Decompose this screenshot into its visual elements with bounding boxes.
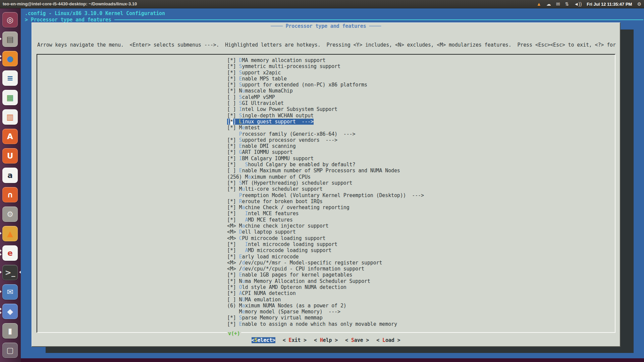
menuconfig-breadcrumb-row: > Processor type and features (25, 17, 643, 23)
launcher-item-trash[interactable]: ▢ (2, 343, 18, 358)
menu-item[interactable]: [*] Numa Memory Allocation and Scheduler… (227, 278, 424, 284)
sound-indicator-icon[interactable]: ◄)) (574, 0, 582, 8)
menu-item[interactable]: [*] Intel MCE features (227, 210, 424, 217)
exit-button[interactable]: < Exit > (283, 337, 307, 343)
desktop: teo-en-ming@intel-core-i5-4430-desktop: … (0, 0, 644, 362)
menu-item[interactable]: [*] Multi-core scheduler support (227, 186, 424, 192)
menu-list-box[interactable]: [*] DMA memory allocation support[*] Sym… (37, 54, 615, 333)
menu-item[interactable]: [*] Enable 1GB pages for kernel pagetabl… (227, 272, 424, 278)
menu-item[interactable]: [*] Supported processor vendors ---> (227, 137, 424, 143)
menu-item[interactable]: Preemption Model (Voluntary Kernel Preem… (227, 192, 424, 198)
menu-item[interactable]: [*] Support x2apic (227, 70, 424, 76)
launcher-item-ubuntu-one[interactable]: U (2, 148, 18, 164)
menu-item[interactable]: [ ] Intel Low Power Subsystem Support (227, 106, 424, 112)
unity-launcher: ◎▤●≡▦▥AUa∩⚙▲e>_✉◆▮▢ (0, 8, 21, 362)
menu-item[interactable]: [*] DMA memory allocation support (227, 57, 424, 63)
cloud-indicator-icon[interactable]: ☁ (546, 0, 551, 8)
libreoffice-writer-icon: ≡ (7, 74, 13, 82)
load-button[interactable]: < Load > (376, 337, 400, 343)
menu-item[interactable]: [*] Early load microcode (227, 254, 424, 260)
title-dash-left: ──── (271, 23, 283, 29)
instructions-line-1: Arrow keys navigate the menu. <Enter> se… (37, 42, 616, 48)
menu-item[interactable]: Processor family (Generic-x86-64) ---> (227, 131, 424, 137)
launcher-item-thunderbird[interactable]: ✉ (2, 284, 18, 300)
mail-indicator-icon[interactable]: ✉ (556, 0, 560, 8)
running-indicator-arrow (0, 311, 2, 314)
menu-item[interactable]: Memory model (Sparse Memory) ---> (227, 309, 424, 315)
vlc-tray-icon[interactable]: ▲ (537, 0, 541, 8)
menu-item[interactable]: [*] Numascale NumaChip (227, 88, 424, 94)
running-indicator-arrow (0, 232, 2, 235)
menu-item[interactable]: [*] IBM Calgary IOMMU support (227, 156, 424, 162)
terminal-window[interactable]: .config - Linux/x86 3.10.0 Kernel Config… (21, 8, 644, 358)
clock-indicator[interactable]: Fri Jul 12 11:35:47 PM (587, 2, 632, 7)
dialog-buttons: <Select>< Exit >< Help >< Save >< Load > (32, 337, 620, 343)
menu-item[interactable]: [*] Sparse Memory virtual memmap (227, 315, 424, 321)
menu-item[interactable]: [*] Machine Check / overheating reportin… (227, 204, 424, 210)
launcher-item-libreoffice-writer[interactable]: ≡ (2, 70, 18, 86)
menu-item[interactable]: [*] ACPI NUMA detection (227, 290, 424, 296)
menu-item[interactable]: [*] GART IOMMU support (227, 149, 424, 155)
menu-item[interactable]: <M> CPU microcode loading support (227, 235, 424, 241)
launcher-item-firefox[interactable]: ● (2, 51, 18, 66)
session-gear-icon[interactable]: ⚙ (637, 0, 641, 8)
menu-item[interactable]: [*] Reroute for broken boot IRQs (227, 198, 424, 204)
launcher-item-libreoffice-impress[interactable]: ▥ (2, 109, 18, 125)
menu-item[interactable]: [*] Enable DMI scanning (227, 143, 424, 149)
save-button[interactable]: < Save > (345, 337, 369, 343)
top-panel: teo-en-ming@intel-core-i5-4430-desktop: … (0, 0, 644, 8)
launcher-item-terminal[interactable]: >_ (2, 265, 18, 280)
menu-item[interactable]: <M> Machine check injector support (227, 223, 424, 229)
menu-item[interactable]: <M> /dev/cpu/*/msr - Model-specific regi… (227, 260, 424, 266)
menu-item[interactable]: [*] Single-depth WCHAN output (227, 113, 424, 119)
dialog-title: ──── Processor type and features ──── (32, 23, 620, 29)
menu-item[interactable]: [*] Should Calgary be enabled by default… (227, 162, 424, 168)
launcher-item-evince[interactable]: e (2, 245, 18, 261)
launcher-item-ubuntu-dash[interactable]: ◎ (2, 12, 18, 27)
firefox-icon: ● (7, 55, 13, 63)
menu-item[interactable]: [*] SMT (Hyperthreading) scheduler suppo… (227, 180, 424, 186)
launcher-item-ubuntuone-music[interactable]: ∩ (2, 187, 18, 202)
evince-icon: e (7, 249, 13, 257)
select-button[interactable]: <Select> (252, 337, 275, 343)
menu-item[interactable]: [*] Enable to assign a node which has on… (227, 321, 424, 327)
indicator-area: ▲☁✉⇅◄))Fri Jul 12 11:35:47 PM⚙ (537, 0, 641, 8)
menu-item[interactable]: [ ] SGI Ultraviolet (227, 100, 424, 106)
menuconfig-breadcrumb: > Processor type and features (25, 17, 111, 23)
menu-item[interactable]: <M> Dell laptop support (227, 229, 424, 235)
launcher-item-amazon[interactable]: a (2, 168, 18, 183)
menu-item[interactable]: [*] AMD microcode loading support (227, 247, 424, 253)
desktop-bottom-edge (21, 358, 644, 362)
menu-item[interactable]: [*] AMD MCE features (227, 217, 424, 223)
menu-item[interactable]: [*] Memtest (227, 125, 424, 131)
running-indicator-arrow (0, 59, 2, 61)
menu-item[interactable]: [*] Symmetric multi-processing support (227, 63, 424, 69)
menu-item-selected[interactable]: [*] Linux guest support ---> (227, 119, 424, 125)
menu-item[interactable]: [*] Intel microcode loading support (227, 241, 424, 247)
launcher-item-files[interactable]: ▤ (2, 32, 18, 47)
menu-item[interactable]: [*] Enable MPS table (227, 76, 424, 82)
launcher-item-software-center[interactable]: A (2, 129, 18, 144)
title-dash-right: ──── (369, 23, 381, 29)
running-indicator-arrow (0, 253, 2, 256)
launcher-item-libreoffice-calc[interactable]: ▦ (2, 90, 18, 105)
menu-item[interactable]: [ ] NUMA emulation (227, 297, 424, 303)
menu-item[interactable]: <M> /dev/cpu/*/cpuid - CPU information s… (227, 266, 424, 272)
launcher-item-virtualbox[interactable]: ◆ (2, 304, 18, 319)
running-indicator-arrow (0, 290, 2, 293)
files-icon: ▤ (6, 36, 14, 43)
menu-item[interactable]: (6) Maximum NUMA Nodes (as a power of 2) (227, 303, 424, 309)
launcher-item-system-settings[interactable]: ⚙ (2, 206, 18, 222)
menu-item[interactable]: [*] Old style AMD Opteron NUMA detection (227, 284, 424, 290)
launcher-item-vlc[interactable]: ▲ (2, 226, 18, 241)
menu-item[interactable]: [*] Support for extended (non-PC) x86 pl… (227, 82, 424, 88)
breadcrumb-rule (114, 19, 643, 20)
menu-item[interactable]: [ ] ScaleMP vSMP (227, 94, 424, 100)
network-indicator-icon[interactable]: ⇅ (565, 0, 569, 8)
menu-item[interactable]: [ ] Enable Maximum number of SMP Process… (227, 168, 424, 174)
ubuntu-one-icon: U (7, 152, 13, 160)
help-button[interactable]: < Help > (314, 337, 338, 343)
menu-item[interactable]: (256) Maximum number of CPUs (227, 174, 424, 180)
launcher-item-usb-drive[interactable]: ▮ (2, 323, 18, 339)
menuconfig-backtitle: .config - Linux/x86 3.10.0 Kernel Config… (25, 10, 165, 16)
